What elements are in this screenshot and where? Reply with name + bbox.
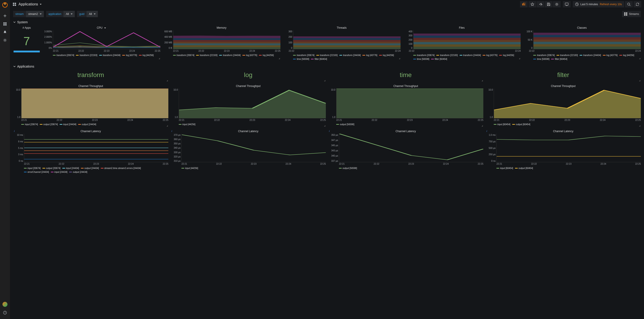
panel-title[interactable]: Classes	[523, 26, 641, 30]
panel-menu-icon[interactable]	[166, 125, 168, 126]
info-icon[interactable]: i	[486, 130, 487, 132]
dashboard-title[interactable]: Applications	[18, 2, 42, 6]
info-icon[interactable]: i	[14, 130, 14, 132]
info-icon[interactable]: i	[329, 130, 330, 132]
panel-title[interactable]: Channel Latency	[170, 129, 326, 134]
panel-menu-icon[interactable]	[482, 80, 483, 81]
legend-item[interactable]: log [43776]	[242, 54, 257, 57]
chart-plot[interactable]	[24, 134, 168, 162]
row-system-toggle[interactable]: System	[13, 20, 641, 26]
var-stream-value[interactable]: stream2	[26, 11, 44, 17]
grafana-logo-icon[interactable]	[2, 2, 8, 8]
legend-item[interactable]: transform [20674]	[293, 54, 314, 57]
legend-item[interactable]: output [60454]	[512, 123, 530, 126]
refresh-button[interactable]	[634, 1, 641, 8]
legend-item[interactable]: transform [22183]	[76, 54, 97, 57]
chart-plot[interactable]	[179, 88, 326, 118]
panel-title[interactable]: Channel Throughput	[170, 84, 326, 88]
share-button[interactable]	[537, 1, 544, 8]
chart-plot[interactable]	[53, 30, 160, 49]
legend-item[interactable]: transform [22183]	[556, 54, 578, 57]
settings-button[interactable]	[553, 1, 560, 8]
tv-mode-button[interactable]	[563, 1, 570, 8]
legend-item[interactable]: output [24434]	[78, 123, 96, 126]
panel-menu-icon[interactable]	[639, 80, 640, 81]
legend-item[interactable]: time [56598]	[533, 58, 549, 61]
legend-item[interactable]: input [24434]	[60, 123, 76, 126]
panel-title[interactable]: Channel Latency	[328, 129, 483, 134]
legend-item[interactable]: transform [22183]	[196, 54, 218, 57]
legend-item[interactable]: transform [22183]	[436, 54, 458, 57]
info-icon[interactable]: i	[172, 130, 172, 132]
legend-item[interactable]: input [20674]	[21, 123, 38, 126]
panel-title[interactable]: Channel Throughput	[328, 84, 483, 88]
legend-item[interactable]: input [44256]	[182, 166, 198, 170]
legend-item[interactable]: output [24434]	[69, 170, 87, 174]
legend-item[interactable]: filter [60454]	[551, 58, 567, 61]
legend-item[interactable]: log [44256]	[139, 54, 154, 57]
panel-menu-icon[interactable]	[159, 58, 160, 59]
alert-bell-icon[interactable]	[0, 28, 10, 36]
legend-item[interactable]: input [60454]	[496, 166, 513, 170]
legend-item[interactable]: input [24434]	[62, 166, 79, 170]
legend-item[interactable]: input [60454]	[494, 123, 510, 126]
chart-plot[interactable]	[533, 30, 641, 49]
chart-plot[interactable]	[496, 134, 641, 162]
legend-item[interactable]: transform [20674]	[533, 54, 554, 57]
dashboards-icon[interactable]	[0, 20, 10, 28]
legend-item[interactable]: transform [24434]	[580, 54, 601, 57]
legend-item[interactable]: log [43776]	[122, 54, 137, 57]
add-panel-button[interactable]	[520, 1, 528, 8]
legend-item[interactable]: stream2.time.stream2.errors [24434]	[101, 166, 141, 170]
var-application-value[interactable]: All	[64, 11, 74, 17]
chart-plot[interactable]	[173, 30, 281, 49]
panel-title[interactable]: Channel Latency	[486, 129, 641, 134]
panel-title[interactable]: Channel Throughput	[13, 84, 168, 88]
legend-item[interactable]: output [24434]	[81, 166, 99, 170]
legend-item[interactable]: filter [60454]	[431, 58, 447, 61]
panel-title[interactable]: CPU	[42, 26, 160, 30]
chart-plot[interactable]	[182, 134, 326, 162]
panel-menu-icon[interactable]	[324, 80, 326, 81]
panel-menu-icon[interactable]	[639, 58, 640, 59]
legend-item[interactable]: transform [20674]	[53, 54, 74, 57]
save-button[interactable]	[545, 1, 552, 8]
panel-menu-icon[interactable]	[482, 125, 483, 126]
dashboard-grid-icon[interactable]	[13, 2, 16, 6]
legend-item[interactable]: log [43776]	[362, 54, 377, 57]
legend-item[interactable]: output [20674]	[42, 166, 60, 170]
legend-item[interactable]: transform [24434]	[219, 54, 240, 57]
panel-menu-icon[interactable]	[519, 58, 520, 59]
chart-plot[interactable]	[336, 88, 483, 118]
legend-item[interactable]: transform [20674]	[413, 54, 434, 57]
star-button[interactable]	[528, 1, 536, 8]
settings-gear-icon[interactable]	[0, 36, 10, 44]
chart-plot[interactable]	[494, 88, 641, 118]
panel-menu-icon[interactable]	[399, 58, 400, 59]
legend-item[interactable]: output [56598]	[336, 123, 354, 126]
legend-item[interactable]: transform [24434]	[460, 54, 481, 57]
legend-item[interactable]: input [20674]	[24, 166, 41, 170]
chart-plot[interactable]	[339, 134, 483, 162]
time-range-picker[interactable]: Last 5 minutes Refresh every 10s	[573, 1, 624, 8]
zoom-out-button[interactable]	[625, 1, 633, 8]
legend-item[interactable]: output [56598]	[339, 166, 357, 170]
panel-title[interactable]: Channel Throughput	[486, 84, 641, 88]
legend-item[interactable]: transform [24434]	[99, 54, 120, 57]
legend-item[interactable]: log [44256]	[499, 54, 514, 57]
legend-item[interactable]: input [24434]	[51, 170, 68, 174]
panel-title[interactable]: Files	[403, 26, 521, 30]
panel-menu-icon[interactable]	[639, 125, 640, 126]
row-applications-toggle[interactable]: Applications	[13, 64, 641, 70]
legend-item[interactable]: log [43776]	[603, 54, 618, 57]
legend-item[interactable]: errorChannel [24434]	[24, 170, 49, 174]
legend-item[interactable]: transform [22183]	[316, 54, 338, 57]
chart-plot[interactable]	[21, 88, 168, 118]
chart-plot[interactable]	[293, 30, 401, 49]
legend-item[interactable]: log [43776]	[483, 54, 498, 57]
legend-item[interactable]: transform [24434]	[340, 54, 361, 57]
panel-title[interactable]: Threads	[283, 26, 401, 30]
panel-title[interactable]: Channel Latency	[13, 129, 168, 134]
panel-menu-icon[interactable]	[278, 58, 280, 59]
legend-item[interactable]: log [44256]	[259, 54, 274, 57]
